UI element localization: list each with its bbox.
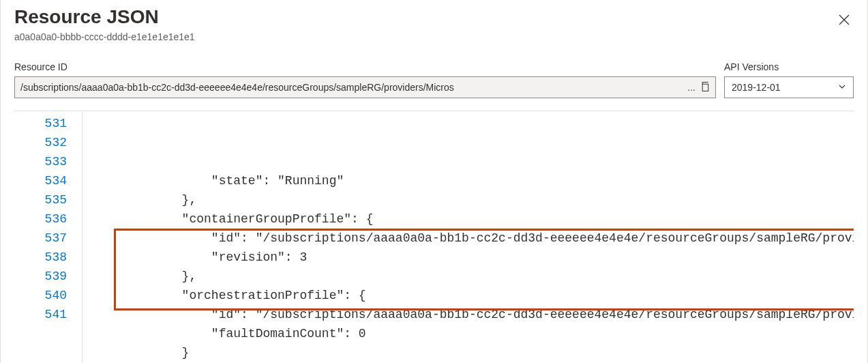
- line-number: 539: [14, 267, 67, 286]
- svg-rect-2: [702, 84, 708, 91]
- line-number: 531: [14, 114, 67, 133]
- panel-title: Resource JSON: [14, 5, 195, 29]
- api-version-dropdown[interactable]: 2019-12-01: [724, 76, 854, 98]
- resource-id-field: Resource ID /subscriptions/aaaa0a0a-bb1b…: [14, 61, 716, 98]
- code-line: "id": "/subscriptions/aaaa0a0a-bb1b-cc2c…: [93, 305, 854, 324]
- code-line: "faultDomainCount": 0: [93, 324, 854, 343]
- panel-header: Resource JSON a0a0a0a0-bbbb-cccc-dddd-e1…: [14, 5, 854, 61]
- code-line: },: [93, 267, 854, 286]
- copy-button[interactable]: [700, 81, 710, 93]
- line-number: 537: [14, 229, 67, 248]
- resource-id-label: Resource ID: [14, 61, 716, 72]
- api-version-label: API Versions: [724, 61, 854, 72]
- code-line: "containerGroupProfile": {: [93, 209, 854, 229]
- close-button[interactable]: [835, 10, 854, 31]
- code-line: "revision": 3: [93, 248, 854, 267]
- code-content[interactable]: "state": "Running" }, "containerGroupPro…: [83, 111, 854, 363]
- api-version-value: 2019-12-01: [732, 82, 781, 93]
- line-number: 540: [14, 286, 67, 305]
- fields-row: Resource ID /subscriptions/aaaa0a0a-bb1b…: [14, 61, 854, 98]
- resource-id-ellipsis: ...: [687, 82, 695, 93]
- code-line: "id": "/subscriptions/aaaa0a0a-bb1b-cc2c…: [93, 229, 854, 248]
- line-number: 541: [14, 305, 67, 324]
- code-line: "state": "Running": [93, 171, 854, 190]
- resource-id-value: /subscriptions/aaaa0a0a-bb1b-cc2c-dd3d-e…: [20, 82, 683, 93]
- code-editor: 531532533534535536537538539540541 "state…: [14, 111, 854, 363]
- line-number: 532: [14, 133, 67, 152]
- code-line: "orchestrationProfile": {: [93, 286, 854, 305]
- line-number: 534: [14, 171, 67, 190]
- chevron-down-icon: [838, 82, 846, 93]
- close-icon: [839, 14, 850, 25]
- line-number: 535: [14, 190, 67, 209]
- line-number: 538: [14, 248, 67, 267]
- api-version-field: API Versions 2019-12-01: [724, 61, 854, 98]
- line-number: 533: [14, 152, 67, 171]
- line-gutter: 531532533534535536537538539540541: [14, 111, 83, 363]
- code-line: }: [93, 343, 854, 362]
- code-line: },: [93, 190, 854, 209]
- copy-icon: [700, 81, 710, 91]
- line-number: 536: [14, 209, 67, 229]
- resource-id-input[interactable]: /subscriptions/aaaa0a0a-bb1b-cc2c-dd3d-e…: [14, 76, 716, 98]
- panel-subtitle: a0a0a0a0-bbbb-cccc-dddd-e1e1e1e1e1e1: [14, 31, 195, 42]
